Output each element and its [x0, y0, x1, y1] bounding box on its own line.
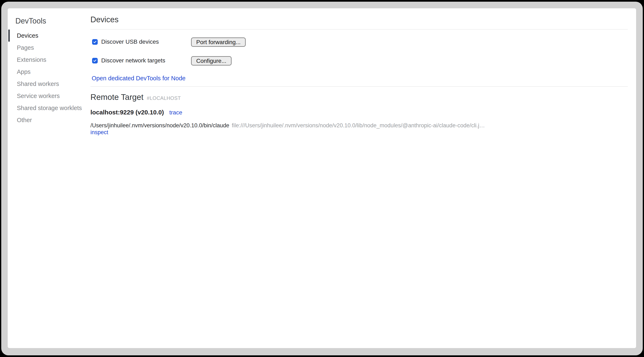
discover-network-label: Discover network targets [101, 57, 165, 64]
discover-usb-row: Discover USB devices Port forwarding... [90, 38, 628, 46]
inspect-devices-page: DevTools Devices Pages Extensions Apps [8, 8, 636, 348]
checkmark-icon [93, 59, 97, 63]
sidebar-item-pages[interactable]: Pages [8, 42, 90, 54]
app-window-frame: DevTools Devices Pages Extensions Apps [1, 2, 643, 355]
inspect-link[interactable]: inspect [90, 129, 108, 135]
checkmark-icon [93, 40, 97, 44]
discover-network-checkbox[interactable] [92, 58, 98, 64]
sidebar-item-service-workers[interactable]: Service workers [8, 90, 90, 102]
remote-target-title: Remote Target [90, 92, 144, 102]
sidebar-item-shared-storage-worklets[interactable]: Shared storage worklets [8, 102, 90, 114]
sidebar-item-label: Shared workers [17, 81, 59, 87]
devtools-title: DevTools [16, 16, 90, 26]
port-forwarding-button[interactable]: Port forwarding... [191, 38, 246, 47]
sidebar-item-label: Extensions [17, 56, 46, 63]
target-process-path: /Users/jinhuilee/.nvm/versions/node/v20.… [90, 122, 229, 129]
open-node-devtools-link[interactable]: Open dedicated DevTools for Node [92, 75, 186, 82]
divider [90, 86, 628, 87]
sidebar-item-label: Apps [17, 69, 30, 75]
selected-indicator-bar [8, 30, 10, 42]
configure-button[interactable]: Configure... [191, 56, 232, 66]
trace-link[interactable]: trace [170, 109, 182, 116]
sidebar-item-label: Service workers [17, 93, 60, 99]
node-devtools-link-row: Open dedicated DevTools for Node [90, 75, 628, 82]
main-content: Devices Discover USB devices Port forwar… [90, 8, 636, 348]
sidebar: DevTools Devices Pages Extensions Apps [8, 8, 90, 348]
target-url: file:///Users/jinhuilee/.nvm/versions/no… [232, 122, 485, 129]
sidebar-item-label: Shared storage worklets [17, 105, 82, 112]
sidebar-item-devices[interactable]: Devices [8, 30, 90, 42]
remote-target-header: Remote Target #LOCALHOST [90, 92, 628, 102]
sidebar-item-apps[interactable]: Apps [8, 66, 90, 78]
sidebar-nav: Devices Pages Extensions Apps Shared wor… [8, 30, 90, 126]
target-detail-row: /Users/jinhuilee/.nvm/versions/node/v20.… [90, 122, 628, 129]
inspect-row: inspect [90, 129, 628, 137]
sidebar-item-label: Devices [17, 32, 38, 39]
divider [90, 29, 628, 30]
sidebar-item-label: Other [17, 117, 32, 124]
discover-usb-checkbox[interactable] [92, 39, 98, 45]
sidebar-item-extensions[interactable]: Extensions [8, 54, 90, 66]
target-name-row: localhost:9229 (v20.10.0) trace [90, 109, 628, 116]
discover-network-row: Discover network targets Configure... [90, 56, 628, 65]
page-title: Devices [90, 15, 628, 25]
sidebar-item-other[interactable]: Other [8, 114, 90, 126]
discovery-settings: Discover USB devices Port forwarding... … [90, 38, 628, 65]
localhost-badge: #LOCALHOST [147, 95, 181, 101]
sidebar-item-shared-workers[interactable]: Shared workers [8, 78, 90, 90]
sidebar-item-label: Pages [17, 44, 34, 51]
target-name: localhost:9229 (v20.10.0) [90, 109, 164, 116]
discover-usb-label: Discover USB devices [101, 39, 159, 45]
